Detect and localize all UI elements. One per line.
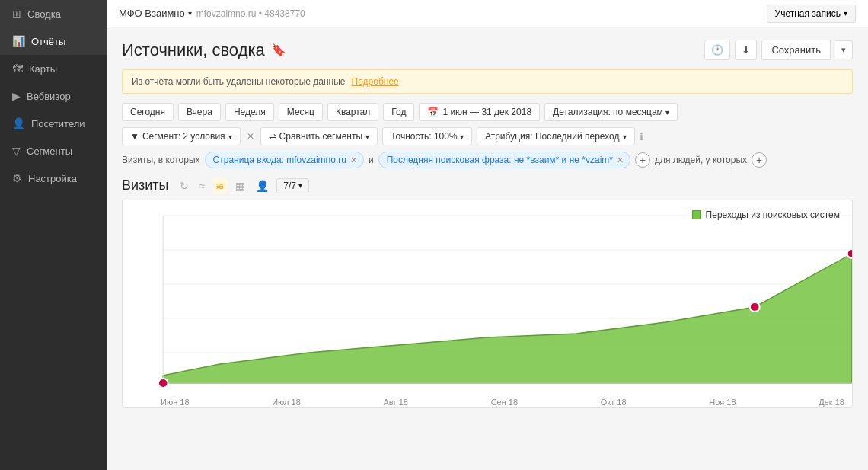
visits-filter-prefix: Визиты, в которых	[122, 155, 200, 165]
sidebar-item-reports[interactable]: 📊 Отчёты	[0, 27, 107, 55]
chart-svg: 0 11 10	[123, 208, 852, 391]
legend-color-box	[692, 210, 701, 219]
filter-week[interactable]: Неделя	[225, 103, 274, 121]
legend-label: Переходы из поисковых систем	[706, 209, 840, 220]
sidebar-item-visitors[interactable]: 👤 Посетители	[0, 110, 107, 137]
add-people-filter-button[interactable]: +	[752, 152, 767, 168]
accuracy-button[interactable]: Точность: 100%	[382, 127, 472, 145]
download-icon: ⬇	[742, 44, 750, 56]
account-button[interactable]: Учетная запись ▾	[767, 5, 856, 23]
compare-icon: ⇌	[269, 131, 276, 142]
xaxis-aug: Авг 18	[384, 398, 408, 407]
org-name: МФО Взаимно	[119, 8, 185, 19]
xaxis-nov: Ноя 18	[709, 398, 736, 407]
metrics-count: 7/7	[283, 181, 296, 191]
chevron-down-icon: ▾	[844, 9, 847, 18]
filter-chip-phrase[interactable]: Последняя поисковая фраза: не *взаим* и …	[378, 152, 630, 168]
filter-month[interactable]: Месяц	[279, 103, 323, 121]
bookmark-icon[interactable]: 🔖	[271, 43, 286, 57]
svg-point-12	[847, 249, 852, 258]
segments-icon: ▽	[12, 145, 21, 157]
chart-legend: Переходы из поисковых систем	[692, 209, 840, 220]
chart-type-area-icon[interactable]: ≋	[212, 178, 228, 193]
sidebar-item-overview[interactable]: ⊞ Сводка	[0, 0, 107, 27]
overview-icon: ⊞	[12, 8, 21, 20]
xaxis-oct: Окт 18	[601, 398, 627, 407]
xaxis-sep: Сен 18	[491, 398, 518, 407]
chevron-down-icon: ▾	[228, 133, 232, 141]
topbar-left: МФО Взаимно ▾ mfovzaimno.ru • 48438770	[119, 8, 305, 19]
metrics-count-badge[interactable]: 7/7 ▾	[276, 178, 309, 193]
reports-icon: 📊	[12, 35, 25, 47]
visits-filter-row: Визиты, в которых Страница входа: mfovza…	[122, 152, 853, 168]
filter-year[interactable]: Год	[383, 103, 414, 121]
warning-text: Из отчёта могли быть удалены некоторые д…	[132, 76, 346, 87]
warning-banner: Из отчёта могли быть удалены некоторые д…	[122, 69, 853, 94]
account-section: Учетная запись ▾	[767, 5, 856, 23]
xaxis-dec: Дек 18	[819, 398, 844, 407]
info-icon[interactable]: ℹ	[640, 131, 643, 142]
export-button[interactable]: ⬇	[735, 40, 757, 60]
warning-link[interactable]: Подробнее	[352, 76, 399, 87]
clock-icon: 🕐	[711, 44, 723, 56]
sidebar-item-maps[interactable]: 🗺 Карты	[0, 55, 107, 82]
chevron-down-icon: ▾	[841, 45, 846, 54]
sidebar-item-webvisor[interactable]: ▶ Вебвизор	[0, 82, 107, 110]
filter-suffix: для людей, у которых	[655, 155, 747, 165]
sidebar-label-webvisor: Вебвизор	[27, 91, 71, 102]
attribution-button[interactable]: Атрибуция: Последний переход ▾	[477, 127, 635, 145]
chevron-down-icon: ▾	[365, 133, 369, 141]
connector-and: и	[369, 155, 374, 165]
sidebar: ⊞ Сводка 📊 Отчёты 🗺 Карты ▶ Вебвизор 👤 П…	[0, 0, 107, 470]
sidebar-label-settings: Настройка	[28, 173, 77, 184]
xaxis-jun: Июн 18	[161, 398, 190, 407]
sidebar-label-segments: Сегменты	[27, 145, 72, 157]
filter-quarter[interactable]: Квартал	[327, 103, 378, 121]
user-segment-icon[interactable]: 👤	[253, 178, 272, 193]
chip-close-phrase[interactable]: ✕	[617, 155, 624, 165]
calendar-icon: 📅	[427, 107, 439, 117]
content-area: Источники, сводка 🔖 🕐 ⬇ Сохранить ▾	[107, 27, 868, 470]
chevron-down-icon: ▾	[298, 181, 302, 190]
svg-text:0: 0	[155, 389, 161, 391]
svg-text:11: 11	[747, 389, 757, 391]
detail-button[interactable]: Детализация: по месяцам	[544, 103, 678, 121]
sidebar-item-settings[interactable]: ⚙ Настройка	[0, 165, 107, 192]
topbar: МФО Взаимно ▾ mfovzaimno.ru • 48438770 У…	[107, 0, 868, 27]
chevron-down-icon: ▾	[188, 9, 192, 18]
save-dropdown-button[interactable]: ▾	[835, 40, 853, 59]
section-header: Визиты ↻ ≈ ≋ ▦ 👤 7/7 ▾	[122, 177, 853, 193]
segment-filter-bar: ▼ Сегмент: 2 условия ▾ ✕ ⇌ Сравнить сегм…	[122, 127, 853, 145]
svg-text:10: 10	[842, 389, 852, 391]
org-selector[interactable]: МФО Взаимно ▾	[119, 8, 192, 19]
filter-yesterday[interactable]: Вчера	[178, 103, 221, 121]
filter-chip-page[interactable]: Страница входа: mfovzaimno.ru ✕	[205, 152, 364, 168]
main-content: МФО Взаимно ▾ mfovzaimno.ru • 48438770 У…	[107, 0, 868, 470]
page-header: Источники, сводка 🔖 🕐 ⬇ Сохранить ▾	[122, 40, 853, 60]
sidebar-label-visitors: Посетители	[31, 118, 85, 129]
maps-icon: 🗺	[12, 62, 23, 75]
xaxis-jul: Июл 18	[272, 398, 301, 407]
sidebar-label-maps: Карты	[29, 63, 57, 75]
history-button[interactable]: 🕐	[704, 40, 730, 60]
org-meta: mfovzaimno.ru • 48438770	[196, 8, 305, 19]
page-title: Источники, сводка	[122, 40, 265, 60]
webvisor-icon: ▶	[12, 90, 21, 102]
chart-type-bar-icon[interactable]: ▦	[232, 178, 248, 193]
segment-button[interactable]: ▼ Сегмент: 2 условия ▾	[122, 127, 241, 145]
save-button[interactable]: Сохранить	[761, 40, 831, 60]
visitors-icon: 👤	[12, 117, 25, 129]
refresh-icon[interactable]: ↻	[177, 178, 192, 193]
sidebar-item-segments[interactable]: ▽ Сегменты	[0, 137, 107, 165]
sidebar-label-overview: Сводка	[27, 8, 61, 20]
filter-today[interactable]: Сегодня	[122, 103, 174, 121]
compare-segments-button[interactable]: ⇌ Сравнить сегменты ▾	[260, 127, 378, 145]
x-axis: Июн 18 Июл 18 Авг 18 Сен 18 Окт 18 Ноя 1…	[123, 395, 852, 407]
add-filter-button[interactable]: +	[635, 152, 650, 168]
compare-icon[interactable]: ≈	[196, 178, 209, 193]
filter-icon: ▼	[130, 131, 139, 142]
segment-clear-button[interactable]: ✕	[245, 129, 256, 143]
date-range-picker[interactable]: 📅 1 июн — 31 дек 2018	[419, 103, 540, 121]
chip-close-page[interactable]: ✕	[350, 155, 357, 165]
chart-container: Переходы из поисковых систем 0	[122, 200, 853, 408]
